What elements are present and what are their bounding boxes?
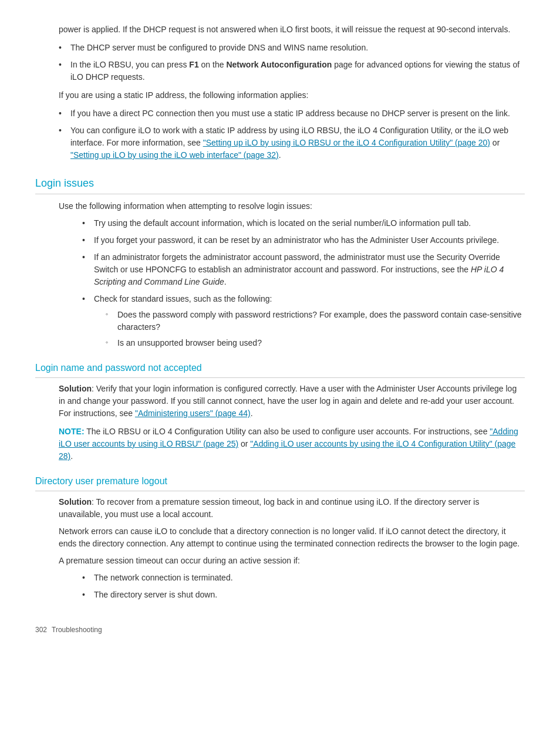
login-issues-intro: Use the following information when attem… [59,200,525,212]
login-bullet-1: Try using the default account informatio… [82,217,525,229]
note-text: NOTE: The iLO RBSU or iLO 4 Configuratio… [59,426,525,463]
login-bullet-3: If an administrator forgets the administ… [82,251,525,288]
note-block: NOTE: The iLO RBSU or iLO 4 Configuratio… [59,426,525,463]
login-issues-bullet-list: Try using the default account informatio… [82,217,525,349]
page-number-line: 302 Troubleshooting [35,625,525,635]
static-bullet-1: If you have a direct PC connection then … [59,107,525,120]
directory-bullet-2: The directory server is shut down. [82,589,525,601]
login-sub-bullet-2: Is an unsupported browser being used? [106,337,525,349]
link-setting-up-ilo-rbsu[interactable]: "Setting up iLO by using iLO RBSU or the… [203,138,490,147]
login-bullet-4: Check for standard issues, such as the f… [82,293,525,349]
directory-logout-para2: Network errors can cause iLO to conclude… [59,525,525,550]
directory-bullet-1: The network connection is terminated. [82,572,525,584]
login-issues-body: Use the following information when attem… [59,200,525,349]
directory-logout-heading: Directory user premature logout [35,474,525,491]
static-bullet-2: You can configure iLO to work with a sta… [59,124,525,161]
footer-label: Troubleshooting [52,625,102,635]
directory-logout-para3: A premature session timeout can occur du… [59,555,525,567]
login-sub-bullet-list: Does the password comply with password r… [106,309,525,349]
intro-para1: power is applied. If the DHCP request is… [59,23,525,36]
static-ip-para: If you are using a static IP address, th… [59,89,525,102]
note-label: NOTE: [59,427,85,436]
static-ip-intro: If you are using a static IP address, th… [59,89,525,102]
login-bullet-2: If you forget your password, it can be r… [82,234,525,247]
page-content: power is applied. If the DHCP request is… [35,23,525,635]
login-issues-heading: Login issues [35,175,525,194]
intro-bullet-list: The DHCP server must be configured to pr… [59,42,525,83]
directory-solution-label: Solution [59,497,92,507]
intro-bullet-2: In the iLO RBSU, you can press F1 on the… [59,59,525,83]
login-name-password-solution: Solution: Verify that your login informa… [59,383,525,420]
directory-logout-bullet-list: The network connection is terminated. Th… [82,572,525,601]
login-sub-bullet-1: Does the password comply with password r… [106,309,525,333]
link-setting-up-ilo-web[interactable]: "Setting up iLO by using the iLO web int… [70,150,279,160]
login-name-password-body: Solution: Verify that your login informa… [59,383,525,463]
solution-label: Solution [59,384,92,393]
page-number: 302 [35,625,47,635]
directory-logout-body: Solution: To recover from a premature se… [59,496,525,601]
link-administering-users[interactable]: "Administering users" (page 44) [135,409,251,418]
intro-paragraph: power is applied. If the DHCP request is… [59,23,525,36]
footer: 302 Troubleshooting [35,625,525,635]
intro-bullet-1: The DHCP server must be configured to pr… [59,42,525,54]
static-bullet-list: If you have a direct PC connection then … [59,107,525,161]
login-name-password-heading: Login name and password not accepted [35,361,525,378]
directory-logout-solution: Solution: To recover from a premature se… [59,496,525,521]
